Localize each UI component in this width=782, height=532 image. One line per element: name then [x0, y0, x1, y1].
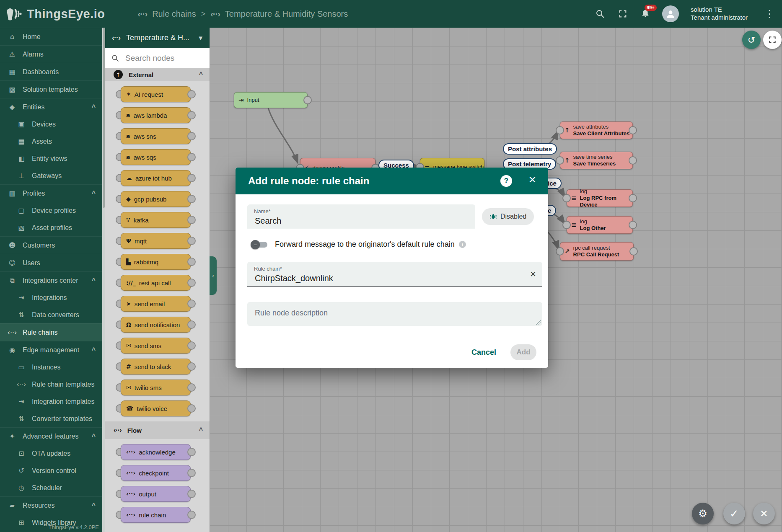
node-save-time-series[interactable]: ↑save time seriesSave Timeseries: [560, 152, 633, 169]
breadcrumb-root[interactable]: Rule chains: [152, 9, 196, 19]
fullscreen-button[interactable]: [617, 8, 629, 20]
palette-node-body[interactable]: aaws lambda: [121, 107, 191, 123]
forward-toggle[interactable]: −: [251, 242, 267, 248]
palette-node-aws-lambda[interactable]: aaws lambda: [121, 107, 191, 123]
palette-node-twilio-voice[interactable]: ☎twilio voice: [121, 400, 191, 416]
debug-settings-fab[interactable]: ⚙: [692, 503, 714, 524]
sidebar-item-alarms[interactable]: ⚠Alarms: [0, 45, 102, 63]
node-rpc-call-request[interactable]: ↗rpc call requestRPC Call Request: [560, 242, 634, 261]
search-nodes-input[interactable]: [124, 53, 197, 63]
info-icon[interactable]: i: [459, 241, 466, 248]
discard-changes-fab[interactable]: ✕: [753, 503, 775, 524]
palette-node-gcp-pubsub[interactable]: ◆gcp pubsub: [121, 191, 191, 207]
sidebar-item-integrations-center[interactable]: ⧉Integrations center^: [0, 271, 102, 289]
resize-grip[interactable]: [536, 320, 541, 325]
palette-section-external[interactable]: ↑External^: [105, 68, 210, 81]
account-info[interactable]: solution TE Tenant administrator: [691, 6, 748, 22]
clear-icon[interactable]: ✕: [530, 269, 536, 279]
close-dialog-button[interactable]: ✕: [528, 174, 536, 185]
chevron-down-icon[interactable]: ▼: [197, 34, 204, 41]
palette-node-body[interactable]: ✶AI request: [121, 86, 191, 102]
sidebar-item-device-profiles[interactable]: ▢Device profiles: [0, 202, 102, 219]
sidebar-item-gateways[interactable]: ⊥Gateways: [0, 167, 102, 184]
apply-changes-fab[interactable]: ✓: [723, 503, 745, 524]
scrollbar-thumb[interactable]: [103, 28, 105, 208]
brand[interactable]: ThingsEye.io: [4, 5, 105, 22]
palette-node-body[interactable]: ☎twilio voice: [121, 400, 191, 416]
palette-node-body[interactable]: ✉send sms: [121, 338, 191, 354]
palette-node-body[interactable]: aaws sqs: [121, 149, 191, 165]
search-button[interactable]: [594, 8, 606, 20]
sidebar-item-home[interactable]: ⌂Home: [0, 28, 102, 45]
sidebar-item-asset-profiles[interactable]: ▧Asset profiles: [0, 219, 102, 236]
palette-node-body[interactable]: ☁azure iot hub: [121, 170, 191, 186]
palette-node-body[interactable]: ▙rabbitmq: [121, 254, 191, 270]
history-button[interactable]: ↺: [742, 31, 761, 49]
palette-node-ai-request[interactable]: ✶AI request: [121, 86, 191, 102]
palette-node-output[interactable]: ‹··›output: [121, 486, 191, 502]
sidebar-item-customers[interactable]: ☻Customers: [0, 236, 102, 254]
node-log-rpc-from-device[interactable]: ≡logLog RPC from Device: [567, 189, 633, 207]
sidebar-item-version-control[interactable]: ↺Version control: [0, 462, 102, 479]
palette-node-rabbitmq[interactable]: ▙rabbitmq: [121, 254, 191, 270]
palette-node-body[interactable]: ◆gcp pubsub: [121, 191, 191, 207]
palette-node-aws-sns[interactable]: aaws sns: [121, 128, 191, 144]
sidebar-item-rule-chains[interactable]: ‹··›Rule chains: [0, 323, 102, 341]
palette-node-body[interactable]: ‹··›checkpoint: [121, 465, 191, 481]
sidebar-item-resources[interactable]: ▰Resources^: [0, 496, 102, 514]
sidebar-item-profiles[interactable]: ▥Profiles^: [0, 184, 102, 202]
cancel-button[interactable]: Cancel: [469, 345, 499, 360]
node-input[interactable]: ⇥Input: [234, 92, 308, 108]
palette-node-body[interactable]: ://_rest api call: [121, 275, 191, 291]
node-log-other[interactable]: ≡logLog Other: [567, 216, 633, 234]
debug-mode-button[interactable]: Disabled: [482, 208, 534, 225]
sidebar-item-devices[interactable]: ▣Devices: [0, 116, 102, 133]
palette-node-send-to-slack[interactable]: #send to slack: [121, 359, 191, 374]
rule-chain-input[interactable]: [254, 273, 506, 284]
palette-collapse-handle[interactable]: ‹: [210, 256, 217, 295]
sidebar-item-ota-updates[interactable]: ⊡OTA updates: [0, 445, 102, 462]
canvas-fullscreen-button[interactable]: [763, 31, 782, 49]
sidebar-item-integrations[interactable]: ⇥Integrations: [0, 289, 102, 306]
palette-node-mqtt[interactable]: Ψmqtt: [121, 233, 191, 249]
palette-section-flow[interactable]: ‹··›Flow^: [105, 421, 210, 439]
node-save-attributes[interactable]: ↑save attributesSave Client Attributes: [560, 121, 633, 139]
palette-node-body[interactable]: Ωsend notification: [121, 317, 191, 333]
sidebar-item-entity-views[interactable]: ◧Entity views: [0, 150, 102, 167]
palette-node-checkpoint[interactable]: ‹··›checkpoint: [121, 465, 191, 481]
sidebar-item-users[interactable]: ☺Users: [0, 254, 102, 271]
sidebar-item-edge-management[interactable]: ◉Edge management^: [0, 341, 102, 359]
palette-node-body[interactable]: ‹··›output: [121, 486, 191, 502]
palette-node-acknowledge[interactable]: ‹··›acknowledge: [121, 444, 191, 460]
palette-node-body[interactable]: ➤send email: [121, 296, 191, 312]
sidebar-item-scheduler[interactable]: ◷Scheduler: [0, 479, 102, 496]
palette-node-rule-chain[interactable]: ‹··›rule chain: [121, 507, 191, 523]
sidebar-item-advanced-features[interactable]: ✦Advanced features^: [0, 427, 102, 445]
name-input[interactable]: [254, 216, 449, 226]
palette-node-send-sms[interactable]: ✉send sms: [121, 338, 191, 354]
help-button[interactable]: ?: [500, 175, 512, 187]
sidebar-item-converter-templates[interactable]: ⇅Converter templates: [0, 410, 102, 427]
sidebar-item-instances[interactable]: ▭Instances: [0, 359, 102, 376]
add-button[interactable]: Add: [510, 344, 536, 360]
palette-node-rest-api-call[interactable]: ://_rest api call: [121, 275, 191, 291]
sidebar-item-solution-templates[interactable]: ▩Solution templates: [0, 80, 102, 98]
palette-node-send-email[interactable]: ➤send email: [121, 296, 191, 312]
sidebar-item-assets[interactable]: ▤Assets: [0, 133, 102, 150]
palette-node-body[interactable]: aaws sns: [121, 128, 191, 144]
avatar[interactable]: [662, 5, 679, 22]
description-textarea[interactable]: [254, 308, 524, 322]
palette-node-body[interactable]: #send to slack: [121, 359, 191, 374]
sidebar-item-rule-chain-templates[interactable]: ‹··›Rule chain templates: [0, 376, 102, 393]
sidebar-item-entities[interactable]: ◆Entities^: [0, 98, 102, 116]
palette-node-twilio-sms[interactable]: ✉twilio sms: [121, 380, 191, 395]
palette-node-body[interactable]: ∵kafka: [121, 212, 191, 228]
more-menu-button[interactable]: ⋮: [764, 8, 774, 20]
sidebar-item-integration-templates[interactable]: ⇥Integration templates: [0, 393, 102, 410]
palette-node-body[interactable]: Ψmqtt: [121, 233, 191, 249]
palette-node-send-notification[interactable]: Ωsend notification: [121, 317, 191, 333]
sidebar-item-dashboards[interactable]: ▦Dashboards: [0, 63, 102, 80]
notifications-button[interactable]: 99+: [640, 8, 651, 20]
palette-node-aws-sqs[interactable]: aaws sqs: [121, 149, 191, 165]
palette-node-azure-iot-hub[interactable]: ☁azure iot hub: [121, 170, 191, 186]
